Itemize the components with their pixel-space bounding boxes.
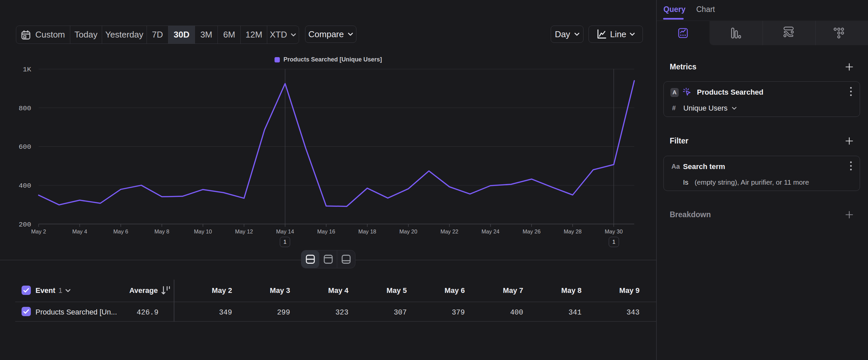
svg-text:May 4: May 4 [72,228,87,234]
svg-text:600: 600 [19,143,31,151]
svg-text:May 8: May 8 [155,228,169,234]
svg-text:May 16: May 16 [317,228,335,234]
svg-text:May 14: May 14 [276,228,294,234]
svg-text:May 18: May 18 [359,228,376,234]
svg-text:May 10: May 10 [194,228,212,234]
svg-text:May 6: May 6 [114,228,128,234]
svg-text:800: 800 [19,105,31,112]
svg-text:May 30: May 30 [605,228,623,234]
svg-text:May 12: May 12 [235,228,253,234]
svg-text:May 24: May 24 [482,228,499,234]
svg-text:200: 200 [19,221,31,228]
svg-text:May 20: May 20 [400,228,417,234]
svg-text:1K: 1K [23,66,31,74]
svg-text:May 22: May 22 [440,228,458,234]
svg-text:May 2: May 2 [31,228,46,234]
svg-text:May 28: May 28 [564,228,582,234]
svg-text:May 26: May 26 [523,228,540,234]
svg-text:400: 400 [19,182,31,190]
